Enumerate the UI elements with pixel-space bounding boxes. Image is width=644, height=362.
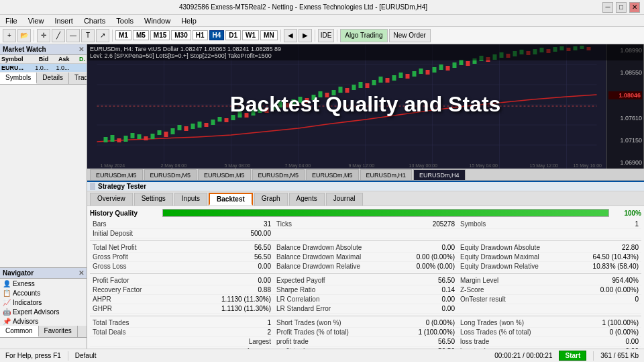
svg-rect-49: [345, 88, 350, 93]
svg-text:15 May 04:00: 15 May 04:00: [470, 163, 498, 169]
market-watch-close[interactable]: ✕: [78, 46, 84, 53]
bal-dd-max-label: Balance Drawdown Maximal: [274, 253, 366, 261]
navigator-close[interactable]: ✕: [78, 269, 84, 277]
mw-row-eurusd[interactable]: EURU... 1.0... 1.0...: [0, 64, 87, 73]
tf-mn[interactable]: MN: [260, 30, 278, 40]
divider1: [90, 240, 641, 241]
ep-value: 56.50: [366, 277, 458, 284]
nav-expert-advisors[interactable]: 🤖 Expert Advisors: [0, 307, 87, 316]
menu-help[interactable]: Help: [178, 16, 199, 26]
nav-advisors[interactable]: 📌 Advisors: [0, 316, 87, 326]
tab-favorites[interactable]: Favorites: [39, 326, 78, 337]
stats-row-rf: Recovery Factor 0.88 Sharpe Ratio 0.14 Z…: [90, 285, 641, 295]
maximize-button[interactable]: □: [616, 2, 627, 13]
navigator-panel: Navigator ✕ 👤 Exness 📋 Accounts 📈 Indica…: [0, 268, 87, 349]
arrow-button[interactable]: ↗: [96, 29, 109, 42]
st-tab-overview[interactable]: Overview: [90, 193, 133, 206]
tf-h4[interactable]: H4: [209, 30, 225, 40]
grossloss-value: 0.00: [182, 263, 274, 270]
close-button[interactable]: ✕: [629, 2, 640, 13]
chart-area[interactable]: 1 May 2024 2 May 08:00 5 May 08:00 7 May…: [87, 44, 644, 169]
tab-trading[interactable]: Trading: [69, 73, 87, 84]
svg-rect-48: [339, 87, 343, 93]
menu-bar: File View Insert Charts Tools Window Hel…: [0, 15, 644, 27]
hq-bar: [163, 210, 608, 216]
svg-rect-32: [231, 115, 235, 120]
rf-value: 0.88: [182, 286, 274, 293]
tf-m5[interactable]: M5: [133, 30, 149, 40]
algo-trading-button[interactable]: Algo Trading: [340, 29, 387, 42]
strategy-tester-label: Strategy Tester: [98, 183, 146, 190]
st-tab-journal[interactable]: Journal: [326, 193, 363, 206]
tf-m15[interactable]: M15: [150, 30, 170, 40]
price-current: 1.08046: [608, 91, 642, 99]
menu-view[interactable]: View: [25, 16, 47, 26]
chart-tab-7[interactable]: EURUSDm,H4: [413, 169, 466, 180]
chart-tab-2[interactable]: EURUSDm,M5: [144, 169, 197, 180]
minimize-button[interactable]: ─: [602, 2, 613, 13]
status-default: Default: [75, 352, 97, 359]
st-tab-agents[interactable]: Agents: [289, 193, 325, 206]
person-icon: 👤: [3, 279, 11, 287]
chart-svg: 1 May 2024 2 May 08:00 5 May 08:00 7 May…: [87, 44, 643, 169]
chart-tab-3[interactable]: EURUSDm,M5: [198, 169, 251, 180]
open-button[interactable]: 📂: [17, 29, 31, 42]
st-tab-settings[interactable]: Settings: [134, 193, 173, 206]
new-chart-button[interactable]: +: [3, 29, 16, 42]
chart-tab-5[interactable]: EURUSDm,M5: [306, 169, 359, 180]
menu-tools[interactable]: Tools: [113, 16, 136, 26]
divider3: [90, 316, 641, 316]
st-tab-graph[interactable]: Graph: [254, 193, 288, 206]
menu-insert[interactable]: Insert: [52, 16, 76, 26]
chart-tab-1[interactable]: EURUSDm,M5: [90, 169, 143, 180]
svg-text:9 May 12:00: 9 May 12:00: [349, 163, 375, 169]
svg-rect-41: [292, 99, 296, 105]
chart-tab-6[interactable]: EURUSDm,H1: [360, 169, 413, 180]
price-4: 1.07150: [608, 137, 642, 144]
text-button[interactable]: T: [81, 29, 95, 42]
menu-window[interactable]: Window: [142, 16, 173, 26]
svg-rect-66: [460, 60, 464, 65]
svg-rect-43: [305, 98, 309, 103]
svg-rect-58: [406, 74, 410, 79]
stats-row-profit: Total Net Profit 56.50 Balance Drawdown …: [90, 243, 641, 253]
svg-text:15 May 12:00: 15 May 12:00: [530, 163, 559, 169]
market-watch-panel: Market Watch ✕ Symbol Bid Ask D. EURU...…: [0, 44, 87, 268]
tf-h1[interactable]: H1: [193, 30, 208, 40]
tf-d1[interactable]: D1: [225, 30, 241, 40]
chart-info-bar: EURUSDm, H4: Tare vtUS Dollar 1.08247 1.…: [87, 44, 643, 60]
tf-m30[interactable]: M30: [171, 30, 191, 40]
ticks-value: 205278: [366, 220, 458, 228]
zoom-out-button[interactable]: ◀: [284, 29, 297, 42]
svg-text:13 May 00:00: 13 May 00:00: [409, 163, 438, 169]
st-tab-inputs[interactable]: Inputs: [174, 193, 207, 206]
deposit-value: 500.00: [182, 230, 274, 237]
hq-value: 100%: [614, 210, 641, 217]
ide-button[interactable]: IDE: [318, 29, 335, 42]
nav-accounts[interactable]: 📋 Accounts: [0, 288, 87, 298]
svg-rect-25: [184, 126, 189, 131]
menu-charts[interactable]: Charts: [81, 16, 108, 26]
menu-file[interactable]: File: [3, 16, 20, 26]
nav-exness[interactable]: 👤 Exness: [0, 279, 87, 288]
line-button[interactable]: ╱: [52, 29, 65, 42]
hq-bar-container: [162, 209, 609, 217]
tf-m1[interactable]: M1: [115, 30, 131, 40]
zoom-in-button[interactable]: ▶: [299, 29, 312, 42]
bal-dd-rel-label: Balance Drawdown Relative: [274, 263, 366, 270]
tab-common[interactable]: Common: [0, 326, 39, 337]
nav-advisors-label: Advisors: [13, 318, 38, 325]
rf-label: Recovery Factor: [90, 286, 182, 293]
largest-profit-label: profit trade: [274, 338, 366, 345]
chart-tab-4[interactable]: EURUSDm,M5: [252, 169, 305, 180]
new-order-button[interactable]: New Order: [389, 29, 431, 42]
tf-w1[interactable]: W1: [242, 30, 259, 40]
tab-details[interactable]: Details: [37, 73, 69, 84]
nav-indicators[interactable]: 📈 Indicators: [0, 298, 87, 307]
st-resize-handle[interactable]: [90, 183, 95, 190]
crosshair-button[interactable]: ✛: [37, 29, 50, 42]
hline-button[interactable]: —: [66, 29, 80, 42]
st-tab-backtest[interactable]: Backtest: [209, 193, 253, 206]
start-button[interactable]: Start: [559, 351, 586, 361]
tab-symbols[interactable]: Symbols: [0, 73, 37, 84]
